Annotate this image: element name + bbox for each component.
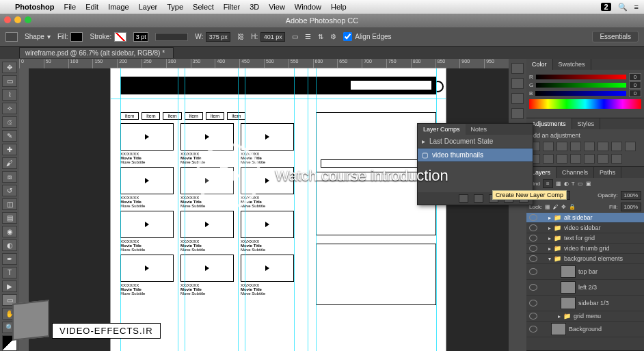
properties-panel-icon[interactable]: [511, 93, 524, 104]
adj-bw-icon[interactable]: [611, 142, 622, 151]
tool-preset-select[interactable]: Shape: [25, 33, 44, 40]
adj-photo-filter-icon[interactable]: [625, 142, 636, 151]
stroke-style-select[interactable]: [155, 33, 188, 41]
layer-row[interactable]: ▸📁video sidebar: [526, 223, 644, 233]
adj-selcolor-icon[interactable]: [611, 154, 622, 164]
visibility-icon[interactable]: [529, 255, 537, 262]
layer-row[interactable]: ▸📁text for grid: [526, 233, 644, 244]
filter-smart-icon[interactable]: ▣: [586, 181, 591, 187]
adj-vibrance-icon[interactable]: [584, 142, 595, 151]
color-spectrum[interactable]: [529, 99, 641, 109]
visibility-icon[interactable]: [529, 235, 537, 242]
eraser-tool[interactable]: ◫: [2, 198, 17, 210]
actions-panel-icon[interactable]: [511, 78, 524, 89]
close-icon[interactable]: [4, 16, 11, 23]
cc-badge[interactable]: 2: [601, 3, 611, 11]
lc-prev-icon[interactable]: [459, 194, 468, 203]
lock-pos-icon[interactable]: ✥: [561, 204, 566, 210]
path-arrange-icon[interactable]: ⇅: [318, 33, 323, 40]
fill-input[interactable]: 100%: [621, 203, 641, 211]
filter-kind-select[interactable]: ≡: [543, 179, 553, 188]
visibility-icon[interactable]: [529, 268, 537, 275]
lock-all-icon[interactable]: 🔒: [569, 204, 576, 210]
layer-row[interactable]: left 2/3: [526, 280, 644, 296]
adj-lut-icon[interactable]: [543, 154, 554, 164]
menu-filter[interactable]: Filter: [224, 3, 240, 11]
layer-row[interactable]: Background: [526, 322, 644, 337]
crop-tool[interactable]: ⟃: [2, 116, 17, 128]
visibility-icon[interactable]: [529, 313, 537, 320]
tool-icon[interactable]: [5, 32, 18, 42]
lock-trans-icon[interactable]: ▦: [545, 204, 550, 210]
history-brush-tool[interactable]: ↺: [2, 185, 17, 196]
g-value[interactable]: 0: [629, 81, 641, 89]
b-value[interactable]: 0: [629, 90, 641, 97]
align-edges-checkbox[interactable]: [343, 32, 352, 41]
ruler-horizontal[interactable]: 0501001502002503003504004505005506006507…: [19, 59, 509, 68]
visibility-icon[interactable]: [529, 224, 537, 231]
layer-row[interactable]: ▾📁background elements: [526, 254, 644, 264]
blur-tool[interactable]: ◉: [2, 226, 17, 237]
link-wh-icon[interactable]: ⛓: [237, 33, 244, 40]
menu-view[interactable]: View: [269, 3, 285, 11]
filter-adjust-icon[interactable]: ◐: [564, 181, 569, 187]
stamp-tool[interactable]: ⧇: [2, 171, 17, 183]
menu-help[interactable]: Help: [331, 3, 347, 11]
history-panel-icon[interactable]: [511, 63, 524, 74]
tab-color[interactable]: Color: [526, 59, 553, 70]
adj-hue-icon[interactable]: [598, 142, 608, 151]
menu-window[interactable]: Window: [295, 3, 321, 11]
tab-channels[interactable]: Channels: [556, 167, 594, 178]
adj-gradmap-icon[interactable]: [598, 154, 608, 164]
layer-row[interactable]: ▸📁video thumb grid: [526, 244, 644, 254]
menubar-list-icon[interactable]: ≡: [634, 3, 639, 11]
gear-icon[interactable]: ⚙: [330, 33, 336, 40]
tab-paths[interactable]: Paths: [594, 167, 621, 178]
marquee-tool[interactable]: ▭: [2, 75, 17, 87]
stroke-width-input[interactable]: 3 pt: [133, 32, 148, 42]
minimize-icon[interactable]: [14, 16, 21, 23]
menu-3d[interactable]: 3D: [250, 3, 259, 11]
adj-curves-icon[interactable]: [556, 142, 567, 151]
menu-file[interactable]: File: [64, 3, 76, 11]
info-panel-icon[interactable]: [511, 108, 524, 119]
adj-levels-icon[interactable]: [543, 142, 554, 151]
path-ops-icon[interactable]: ▭: [292, 33, 298, 40]
fill-swatch[interactable]: [70, 32, 83, 42]
b-slider[interactable]: [535, 91, 626, 96]
stroke-swatch[interactable]: [114, 32, 126, 42]
spotlight-icon[interactable]: 🔍: [618, 3, 628, 12]
layer-row[interactable]: top bar: [526, 264, 644, 280]
layer-row[interactable]: sidebar 1/3: [526, 296, 644, 311]
height-input[interactable]: [260, 32, 285, 42]
path-select-tool[interactable]: ▶: [2, 281, 17, 292]
heal-tool[interactable]: ✚: [2, 144, 17, 155]
gradient-tool[interactable]: ▤: [2, 212, 17, 224]
zoom-icon[interactable]: [25, 16, 31, 23]
visibility-icon[interactable]: [529, 300, 537, 307]
layer-list[interactable]: ▸📁alt sidebar▸📁video sidebar▸📁text for g…: [526, 213, 644, 350]
layer-comp-item[interactable]: ▢video thumbnails: [418, 148, 533, 162]
overlay-text[interactable]: Watch course introduction: [275, 167, 448, 185]
app-menu[interactable]: Photoshop: [15, 3, 54, 11]
traffic-lights[interactable]: [4, 16, 31, 23]
path-align-icon[interactable]: ☰: [305, 33, 311, 40]
tab-styles[interactable]: Styles: [572, 118, 601, 129]
lasso-tool[interactable]: ⌇: [2, 89, 17, 101]
menu-select[interactable]: Select: [193, 3, 214, 11]
type-tool[interactable]: T: [2, 267, 17, 278]
adj-threshold-icon[interactable]: [584, 154, 595, 164]
tab-notes[interactable]: Notes: [466, 124, 493, 135]
visibility-icon[interactable]: [529, 284, 537, 291]
visibility-icon[interactable]: [529, 214, 537, 221]
lock-pixels-icon[interactable]: 🖌: [553, 204, 559, 210]
g-slider[interactable]: [536, 83, 626, 88]
width-input[interactable]: [206, 32, 230, 42]
menu-edit[interactable]: Edit: [85, 3, 98, 11]
adj-exposure-icon[interactable]: [570, 142, 581, 151]
filter-type-icon[interactable]: T: [572, 181, 575, 187]
move-tool[interactable]: ✥: [2, 62, 17, 73]
tab-swatches[interactable]: Swatches: [553, 59, 591, 70]
adj-posterize-icon[interactable]: [570, 154, 581, 164]
eyedropper-tool[interactable]: ✎: [2, 130, 17, 142]
